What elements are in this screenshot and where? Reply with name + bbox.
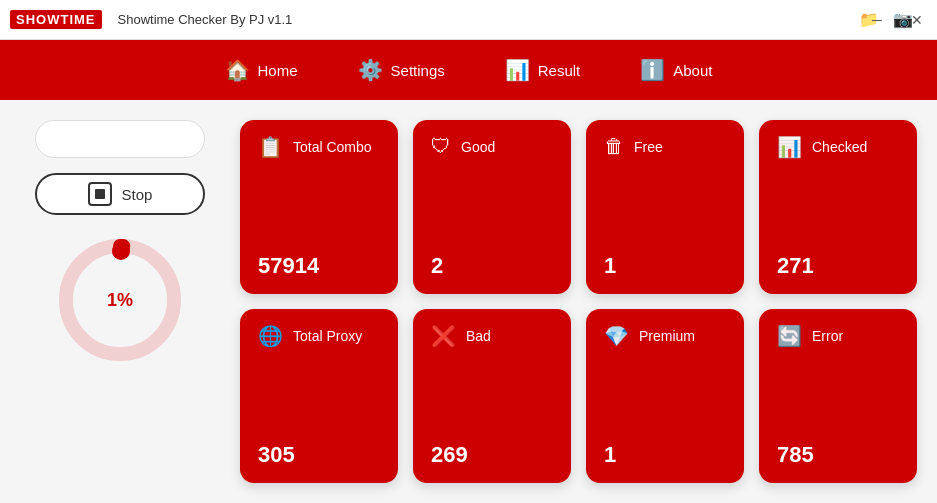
free-icon: 🗑	[604, 135, 624, 158]
progress-circle: 1%	[50, 230, 190, 370]
total-proxy-icon: 🌐	[258, 324, 283, 348]
nav-bar: 🏠 Home ⚙️ Settings 📊 Result ℹ️ About	[0, 40, 937, 100]
total-proxy-value: 305	[258, 442, 380, 468]
card-total-combo-header: 📋 Total Combo	[258, 135, 380, 159]
card-total-combo: 📋 Total Combo 57914	[240, 120, 398, 294]
card-good: 🛡 Good 2	[413, 120, 571, 294]
nav-settings-label: Settings	[391, 62, 445, 79]
nav-about[interactable]: ℹ️ About	[640, 58, 712, 82]
nav-result-label: Result	[538, 62, 581, 79]
progress-percent: 1%	[107, 290, 133, 311]
card-premium-header: 💎 Premium	[604, 324, 726, 348]
stop-label: Stop	[122, 186, 153, 203]
nav-about-label: About	[673, 62, 712, 79]
bad-value: 269	[431, 442, 553, 468]
progress-dot	[112, 242, 130, 260]
card-good-header: 🛡 Good	[431, 135, 553, 158]
cards-grid: 📋 Total Combo 57914 🛡 Good 2 🗑 Free 1 📊 …	[240, 120, 917, 483]
card-error: 🔄 Error 785	[759, 309, 917, 483]
bad-icon: ❌	[431, 324, 456, 348]
card-checked: 📊 Checked 271	[759, 120, 917, 294]
main-content: Stop 1% 📋 Total Combo 57914 🛡 Good	[0, 100, 937, 503]
minimize-button[interactable]: ─	[857, 0, 897, 40]
nav-result[interactable]: 📊 Result	[505, 58, 581, 82]
settings-icon: ⚙️	[358, 58, 383, 82]
total-proxy-title: Total Proxy	[293, 328, 362, 344]
checked-title: Checked	[812, 139, 867, 155]
good-icon: 🛡	[431, 135, 451, 158]
card-checked-header: 📊 Checked	[777, 135, 899, 159]
card-total-proxy: 🌐 Total Proxy 305	[240, 309, 398, 483]
window-controls: ─ ✕	[857, 0, 937, 40]
checked-value: 271	[777, 253, 899, 279]
nav-settings[interactable]: ⚙️ Settings	[358, 58, 445, 82]
card-bad-header: ❌ Bad	[431, 324, 553, 348]
error-title: Error	[812, 328, 843, 344]
card-total-proxy-header: 🌐 Total Proxy	[258, 324, 380, 348]
home-icon: 🏠	[225, 58, 250, 82]
nav-home-label: Home	[258, 62, 298, 79]
total-combo-icon: 📋	[258, 135, 283, 159]
showtime-badge: SHOWTIME	[10, 10, 102, 29]
combo-input[interactable]	[35, 120, 205, 158]
left-panel: Stop 1%	[20, 120, 220, 483]
premium-value: 1	[604, 442, 726, 468]
card-premium: 💎 Premium 1	[586, 309, 744, 483]
error-icon: 🔄	[777, 324, 802, 348]
result-icon: 📊	[505, 58, 530, 82]
total-combo-title: Total Combo	[293, 139, 372, 155]
free-title: Free	[634, 139, 663, 155]
close-button[interactable]: ✕	[897, 0, 937, 40]
premium-title: Premium	[639, 328, 695, 344]
app-logo: SHOWTIME Showtime Checker By PJ v1.1	[10, 10, 292, 29]
stop-button[interactable]: Stop	[35, 173, 205, 215]
card-free: 🗑 Free 1	[586, 120, 744, 294]
stop-icon	[88, 182, 112, 206]
good-value: 2	[431, 253, 553, 279]
free-value: 1	[604, 253, 726, 279]
title-bar: SHOWTIME Showtime Checker By PJ v1.1 📁 📷…	[0, 0, 937, 40]
bad-title: Bad	[466, 328, 491, 344]
about-icon: ℹ️	[640, 58, 665, 82]
premium-icon: 💎	[604, 324, 629, 348]
total-combo-value: 57914	[258, 253, 380, 279]
card-error-header: 🔄 Error	[777, 324, 899, 348]
card-free-header: 🗑 Free	[604, 135, 726, 158]
checked-icon: 📊	[777, 135, 802, 159]
app-title: Showtime Checker By PJ v1.1	[118, 12, 293, 27]
stop-inner-square	[95, 189, 105, 199]
nav-home[interactable]: 🏠 Home	[225, 58, 298, 82]
good-title: Good	[461, 139, 495, 155]
card-bad: ❌ Bad 269	[413, 309, 571, 483]
error-value: 785	[777, 442, 899, 468]
